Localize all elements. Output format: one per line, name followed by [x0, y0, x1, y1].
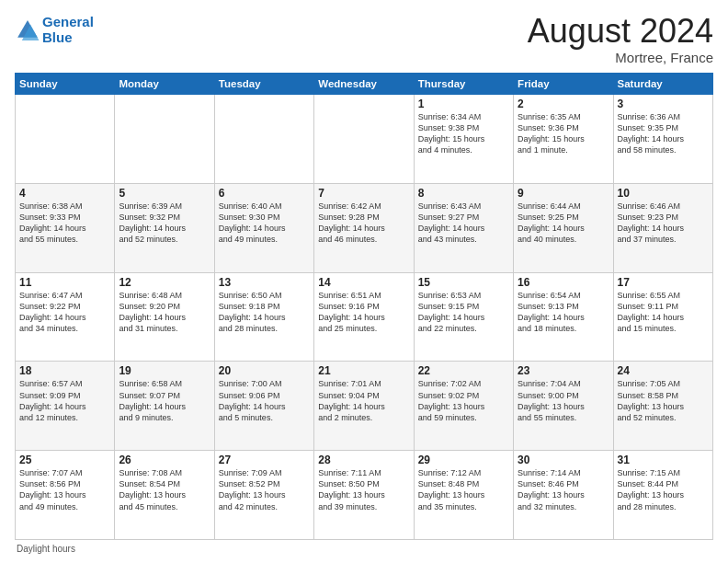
calendar-cell: 26Sunrise: 7:08 AM Sunset: 8:54 PM Dayli… [115, 451, 214, 540]
calendar-cell: 29Sunrise: 7:12 AM Sunset: 8:48 PM Dayli… [414, 451, 513, 540]
calendar-week-row-2: 11Sunrise: 6:47 AM Sunset: 9:22 PM Dayli… [16, 272, 713, 362]
col-thursday: Thursday [414, 74, 513, 95]
day-number: 3 [618, 98, 709, 110]
day-info: Sunrise: 7:15 AM Sunset: 8:44 PM Dayligh… [618, 467, 709, 512]
day-info: Sunrise: 7:08 AM Sunset: 8:54 PM Dayligh… [119, 467, 210, 512]
day-info: Sunrise: 6:36 AM Sunset: 9:35 PM Dayligh… [618, 111, 709, 156]
calendar-cell: 5Sunrise: 6:39 AM Sunset: 9:32 PM Daylig… [115, 183, 214, 272]
calendar-cell: 25Sunrise: 7:07 AM Sunset: 8:56 PM Dayli… [16, 451, 115, 540]
calendar-week-row-0: 1Sunrise: 6:34 AM Sunset: 9:38 PM Daylig… [16, 95, 713, 184]
calendar-cell [214, 95, 313, 184]
calendar-cell: 30Sunrise: 7:14 AM Sunset: 8:46 PM Dayli… [514, 451, 613, 540]
day-info: Sunrise: 6:47 AM Sunset: 9:22 PM Dayligh… [19, 290, 110, 335]
calendar-cell: 12Sunrise: 6:48 AM Sunset: 9:20 PM Dayli… [115, 272, 214, 362]
calendar-cell: 11Sunrise: 6:47 AM Sunset: 9:22 PM Dayli… [16, 272, 115, 362]
logo: General Blue [15, 15, 94, 45]
calendar-cell: 28Sunrise: 7:11 AM Sunset: 8:50 PM Dayli… [314, 451, 414, 540]
day-number: 17 [618, 276, 709, 289]
day-number: 9 [518, 187, 609, 200]
day-info: Sunrise: 6:57 AM Sunset: 9:09 PM Dayligh… [19, 378, 110, 423]
day-info: Sunrise: 7:04 AM Sunset: 9:00 PM Dayligh… [518, 378, 609, 423]
day-number: 31 [618, 454, 709, 466]
calendar-cell: 13Sunrise: 6:50 AM Sunset: 9:18 PM Dayli… [214, 272, 313, 362]
col-tuesday: Tuesday [214, 74, 313, 95]
day-number: 27 [219, 454, 310, 466]
day-info: Sunrise: 6:55 AM Sunset: 9:11 PM Dayligh… [618, 290, 709, 335]
month-title: August 2024 [528, 15, 713, 48]
day-info: Sunrise: 7:02 AM Sunset: 9:02 PM Dayligh… [418, 378, 509, 423]
calendar-cell: 7Sunrise: 6:42 AM Sunset: 9:28 PM Daylig… [314, 183, 414, 272]
day-info: Sunrise: 7:01 AM Sunset: 9:04 PM Dayligh… [318, 378, 409, 423]
day-number: 29 [418, 454, 509, 466]
day-info: Sunrise: 6:39 AM Sunset: 9:32 PM Dayligh… [119, 201, 210, 246]
day-number: 28 [318, 454, 409, 466]
calendar-week-row-3: 18Sunrise: 6:57 AM Sunset: 9:09 PM Dayli… [16, 362, 713, 451]
calendar-cell: 22Sunrise: 7:02 AM Sunset: 9:02 PM Dayli… [414, 362, 513, 451]
calendar-cell: 18Sunrise: 6:57 AM Sunset: 9:09 PM Dayli… [16, 362, 115, 451]
day-info: Sunrise: 6:53 AM Sunset: 9:15 PM Dayligh… [418, 290, 509, 335]
logo-icon [15, 17, 40, 43]
calendar-cell: 2Sunrise: 6:35 AM Sunset: 9:36 PM Daylig… [514, 95, 613, 184]
col-wednesday: Wednesday [314, 74, 414, 95]
day-info: Sunrise: 7:09 AM Sunset: 8:52 PM Dayligh… [219, 467, 310, 512]
page: General Blue August 2024 Mortree, France… [0, 0, 728, 563]
day-number: 25 [19, 454, 110, 466]
day-info: Sunrise: 6:38 AM Sunset: 9:33 PM Dayligh… [19, 201, 110, 246]
day-number: 7 [318, 187, 409, 200]
calendar-cell: 8Sunrise: 6:43 AM Sunset: 9:27 PM Daylig… [414, 183, 513, 272]
day-number: 22 [418, 364, 509, 377]
day-number: 18 [19, 364, 110, 377]
calendar-week-row-4: 25Sunrise: 7:07 AM Sunset: 8:56 PM Dayli… [16, 451, 713, 540]
logo-text: General Blue [42, 15, 94, 45]
day-number: 21 [318, 364, 409, 377]
calendar-cell: 15Sunrise: 6:53 AM Sunset: 9:15 PM Dayli… [414, 272, 513, 362]
calendar-cell: 1Sunrise: 6:34 AM Sunset: 9:38 PM Daylig… [414, 95, 513, 184]
day-info: Sunrise: 6:35 AM Sunset: 9:36 PM Dayligh… [518, 111, 609, 156]
day-info: Sunrise: 7:14 AM Sunset: 8:46 PM Dayligh… [518, 467, 609, 512]
calendar-header-row: Sunday Monday Tuesday Wednesday Thursday… [16, 74, 713, 95]
calendar-cell: 23Sunrise: 7:04 AM Sunset: 9:00 PM Dayli… [514, 362, 613, 451]
day-info: Sunrise: 6:46 AM Sunset: 9:23 PM Dayligh… [618, 201, 709, 246]
calendar-cell: 6Sunrise: 6:40 AM Sunset: 9:30 PM Daylig… [214, 183, 313, 272]
day-info: Sunrise: 7:07 AM Sunset: 8:56 PM Dayligh… [19, 467, 110, 512]
day-info: Sunrise: 7:00 AM Sunset: 9:06 PM Dayligh… [219, 378, 310, 423]
day-info: Sunrise: 7:12 AM Sunset: 8:48 PM Dayligh… [418, 467, 509, 512]
col-sunday: Sunday [16, 74, 115, 95]
day-number: 4 [19, 187, 110, 200]
calendar-cell: 20Sunrise: 7:00 AM Sunset: 9:06 PM Dayli… [214, 362, 313, 451]
day-number: 26 [119, 454, 210, 466]
col-saturday: Saturday [613, 74, 712, 95]
calendar-cell: 3Sunrise: 6:36 AM Sunset: 9:35 PM Daylig… [613, 95, 712, 184]
day-number: 2 [518, 98, 609, 110]
day-info: Sunrise: 7:11 AM Sunset: 8:50 PM Dayligh… [318, 467, 409, 512]
day-info: Sunrise: 6:40 AM Sunset: 9:30 PM Dayligh… [219, 201, 310, 246]
day-number: 12 [119, 276, 210, 289]
day-number: 14 [318, 276, 409, 289]
calendar-cell: 4Sunrise: 6:38 AM Sunset: 9:33 PM Daylig… [16, 183, 115, 272]
day-number: 15 [418, 276, 509, 289]
day-info: Sunrise: 6:54 AM Sunset: 9:13 PM Dayligh… [518, 290, 609, 335]
calendar-cell: 17Sunrise: 6:55 AM Sunset: 9:11 PM Dayli… [613, 272, 712, 362]
day-info: Sunrise: 6:51 AM Sunset: 9:16 PM Dayligh… [318, 290, 409, 335]
calendar-cell: 27Sunrise: 7:09 AM Sunset: 8:52 PM Dayli… [214, 451, 313, 540]
calendar-table: Sunday Monday Tuesday Wednesday Thursday… [15, 73, 713, 540]
calendar-cell [16, 95, 115, 184]
day-info: Sunrise: 6:44 AM Sunset: 9:25 PM Dayligh… [518, 201, 609, 246]
day-number: 19 [119, 364, 210, 377]
day-number: 8 [418, 187, 509, 200]
day-number: 11 [19, 276, 110, 289]
header: General Blue August 2024 Mortree, France [15, 15, 713, 65]
day-info: Sunrise: 6:34 AM Sunset: 9:38 PM Dayligh… [418, 111, 509, 156]
calendar-cell: 31Sunrise: 7:15 AM Sunset: 8:44 PM Dayli… [613, 451, 712, 540]
calendar-week-row-1: 4Sunrise: 6:38 AM Sunset: 9:33 PM Daylig… [16, 183, 713, 272]
logo-blue: Blue [42, 29, 73, 45]
day-info: Sunrise: 6:48 AM Sunset: 9:20 PM Dayligh… [119, 290, 210, 335]
logo-general: General [42, 14, 94, 29]
day-info: Sunrise: 6:42 AM Sunset: 9:28 PM Dayligh… [318, 201, 409, 246]
day-info: Sunrise: 7:05 AM Sunset: 8:58 PM Dayligh… [618, 378, 709, 423]
calendar-cell: 24Sunrise: 7:05 AM Sunset: 8:58 PM Dayli… [613, 362, 712, 451]
day-number: 5 [119, 187, 210, 200]
calendar-cell: 9Sunrise: 6:44 AM Sunset: 9:25 PM Daylig… [514, 183, 613, 272]
day-number: 13 [219, 276, 310, 289]
day-number: 1 [418, 98, 509, 110]
